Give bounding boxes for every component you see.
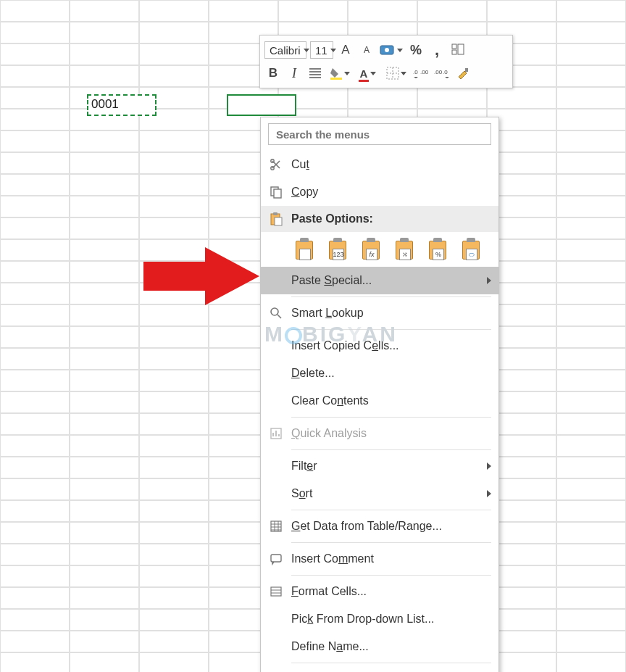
menu-item-get-data[interactable]: Get Data from Table/Range... — [261, 513, 498, 540]
svg-rect-17 — [273, 212, 277, 215]
separator — [291, 663, 491, 663]
fill-color-button[interactable] — [327, 65, 352, 82]
menu-label: Sort — [291, 487, 481, 500]
menu-item-quick-analysis: Quick Analysis — [261, 420, 498, 447]
menu-label: Format Cells... — [291, 585, 491, 598]
format-painter-brush-button[interactable] — [454, 65, 472, 82]
menu-item-pick-list[interactable]: Pick From Drop-down List... — [261, 605, 498, 633]
menu-label: Quick Analysis — [291, 427, 491, 440]
chevron-down-icon — [401, 72, 406, 75]
paste-transpose-button[interactable]: ⤭ — [391, 236, 419, 262]
blank-icon — [267, 610, 285, 629]
menu-item-sort[interactable]: Sort — [261, 480, 498, 507]
menu-item-format-cells[interactable]: Format Cells... — [261, 578, 498, 605]
svg-rect-23 — [271, 587, 281, 596]
paste-link-button[interactable]: ⬭ — [458, 236, 485, 262]
comment-icon — [267, 549, 285, 568]
separator — [291, 510, 491, 510]
align-button[interactable] — [306, 65, 324, 82]
font-family-select[interactable]: Calibri — [264, 41, 306, 59]
decrease-font-button[interactable]: A — [358, 41, 375, 59]
font-size-value: 11 — [315, 44, 327, 57]
blank-icon — [267, 637, 285, 656]
paste-formulas-button[interactable]: fx — [358, 236, 385, 262]
paste-formatting-button[interactable]: % — [425, 236, 452, 262]
callout-arrow-icon — [143, 244, 259, 309]
menu-label: Clear Contents — [291, 394, 491, 407]
increase-decimal-icon: .0.00 — [413, 67, 429, 80]
svg-text:.0: .0 — [413, 69, 418, 75]
menu-label: Smart Lookup — [291, 307, 491, 320]
menu-item-define-name[interactable]: Define Name... — [261, 633, 498, 660]
increase-decimal-button[interactable]: .0.00 — [412, 65, 430, 82]
menu-label: Paste Options: — [291, 212, 491, 225]
separator — [291, 575, 491, 576]
menu-label: Insert Comment — [291, 552, 491, 565]
menu-label: Insert Copied Cells... — [291, 339, 491, 352]
italic-button[interactable]: I — [285, 65, 303, 82]
separator — [291, 542, 491, 543]
context-menu: Cut Copy Paste Options: 123 fx ⤭ % ⬭ Pas… — [260, 117, 499, 672]
align-icon — [309, 67, 322, 79]
svg-text:.00: .00 — [420, 69, 429, 75]
menu-search-input[interactable] — [268, 123, 491, 145]
menu-item-insert-comment[interactable]: Insert Comment — [261, 545, 498, 573]
bold-button[interactable]: B — [264, 65, 282, 82]
font-color-button[interactable]: A — [356, 65, 380, 82]
percent-button[interactable]: % — [407, 41, 425, 59]
svg-rect-5 — [330, 78, 342, 80]
blank-icon — [267, 484, 285, 503]
menu-item-smart-lookup[interactable]: Smart Lookup — [261, 299, 498, 327]
selected-cell[interactable] — [227, 94, 296, 116]
money-icon — [380, 43, 396, 57]
menu-item-link[interactable]: Link — [261, 665, 498, 672]
svg-text:.00: .00 — [434, 69, 443, 75]
menu-label: Paste Special... — [291, 274, 481, 287]
menu-item-clear-contents[interactable]: Clear Contents — [261, 387, 498, 415]
menu-item-paste-special[interactable]: Paste Special... — [261, 267, 498, 294]
menu-item-cut[interactable]: Cut — [261, 151, 498, 178]
svg-rect-11 — [465, 68, 468, 72]
blank-icon — [267, 457, 285, 476]
submenu-arrow-icon — [487, 490, 491, 497]
svg-rect-18 — [275, 217, 282, 225]
borders-icon — [386, 67, 399, 80]
menu-label: Delete... — [291, 367, 491, 380]
svg-point-19 — [271, 308, 278, 315]
menu-item-filter[interactable]: Filter — [261, 452, 498, 480]
font-size-select[interactable]: 11 — [310, 41, 333, 59]
comma-button[interactable]: , — [428, 41, 446, 59]
paste-options-row: 123 fx ⤭ % ⬭ — [261, 232, 498, 267]
paste-values-button[interactable]: 123 — [325, 236, 352, 262]
copied-cell[interactable]: 0001 — [87, 94, 156, 116]
decrease-decimal-icon: .00.0 — [434, 67, 450, 80]
svg-rect-22 — [271, 555, 281, 562]
svg-rect-3 — [452, 50, 456, 54]
accounting-format-button[interactable] — [379, 41, 404, 59]
chevron-down-icon — [370, 72, 376, 75]
paste-all-button[interactable] — [291, 236, 319, 262]
merge-icon — [451, 43, 465, 57]
decrease-decimal-button[interactable]: .00.0 — [433, 65, 451, 82]
copy-icon — [267, 183, 285, 202]
submenu-arrow-icon — [487, 462, 491, 470]
svg-rect-15 — [274, 189, 281, 198]
fill-icon — [330, 67, 343, 80]
menu-label: Cut — [291, 158, 491, 171]
borders-button[interactable] — [384, 65, 409, 82]
paste-icon — [267, 210, 285, 228]
separator — [291, 329, 491, 330]
scissors-icon — [267, 155, 285, 174]
submenu-arrow-icon — [487, 277, 491, 284]
increase-font-button[interactable]: A — [337, 41, 354, 59]
svg-point-1 — [385, 48, 389, 52]
font-family-value: Calibri — [270, 44, 301, 57]
brush-icon — [456, 67, 470, 80]
blank-icon — [267, 271, 285, 290]
svg-text:.0: .0 — [443, 69, 448, 75]
menu-item-copy[interactable]: Copy — [261, 178, 498, 206]
menu-item-delete[interactable]: Delete... — [261, 360, 498, 387]
menu-item-insert-copied[interactable]: Insert Copied Cells... — [261, 332, 498, 360]
format-painter-button[interactable] — [449, 41, 467, 59]
mini-toolbar: Calibri 11 A A % , B I A — [259, 35, 513, 88]
